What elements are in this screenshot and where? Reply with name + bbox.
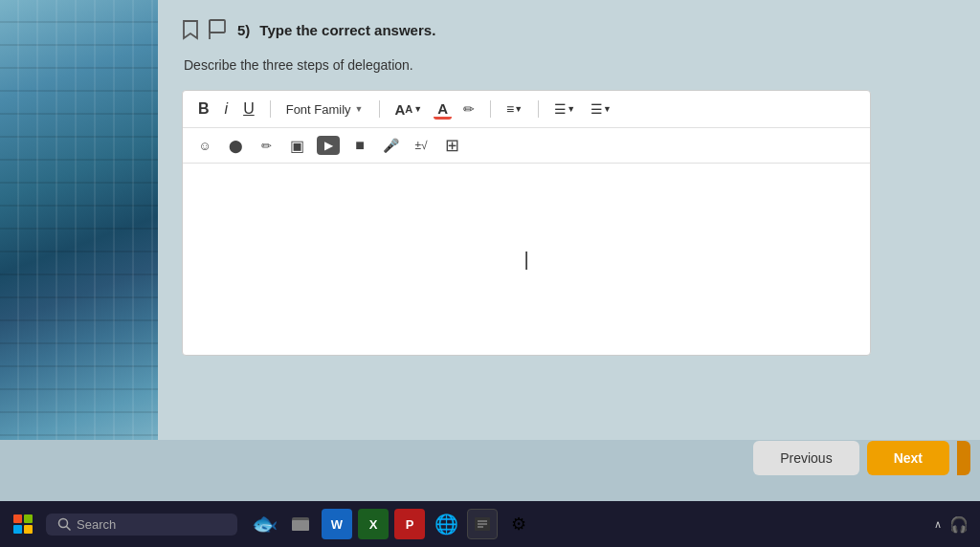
align-arrow: ▼ (514, 104, 523, 114)
font-size-button[interactable]: AA ▼ (391, 99, 427, 120)
pencil-button[interactable]: ✏ (256, 135, 277, 156)
divider-4 (538, 100, 539, 118)
rich-text-editor[interactable]: B i U Font Family ▼ AA ▼ A ✏ (182, 90, 871, 356)
align-button[interactable]: ≡ ▼ (502, 99, 526, 119)
list-button[interactable]: ☰ ▼ (550, 99, 579, 119)
svg-rect-5 (292, 520, 309, 531)
word-icon[interactable]: W (322, 509, 352, 539)
taskbar: Search 🐟 W X P 🌐 (0, 501, 980, 547)
taskbar-caret-up[interactable]: ∧ (934, 518, 942, 531)
search-icon (57, 517, 71, 531)
taskbar-apps: 🐟 W X P 🌐 ⚙ (249, 509, 534, 539)
mic-button[interactable]: 🎤 (380, 135, 401, 156)
eraser-button[interactable]: ✏ (459, 99, 479, 119)
settings-icon[interactable]: ⚙ (503, 509, 534, 539)
link-button[interactable]: ⬤ (225, 135, 246, 156)
taskbar-right: ∧ 🎧 (934, 515, 972, 534)
question-description: Describe the three steps of delegation. (184, 57, 951, 73)
text-cursor: | (523, 249, 528, 271)
files-icon[interactable] (285, 509, 316, 539)
question-title: 5) (237, 22, 250, 38)
taskbar-headphone[interactable]: 🎧 (949, 515, 969, 534)
notes-icon[interactable] (467, 509, 498, 539)
previous-button[interactable]: Previous (753, 441, 858, 475)
flag-icon[interactable] (209, 19, 228, 40)
editor-body[interactable]: | (183, 164, 870, 355)
background-photo (0, 0, 158, 440)
question-header: 5) Type the correct answers. (182, 19, 951, 40)
font-family-label: Font Family (286, 102, 351, 117)
highlight-button[interactable]: A (434, 98, 452, 120)
italic-button[interactable]: i (221, 98, 233, 120)
bookmark-icon[interactable] (182, 19, 199, 40)
toolbar-row1: B i U Font Family ▼ AA ▼ A ✏ (183, 91, 870, 128)
font-family-arrow: ▼ (355, 104, 364, 114)
list-arrow: ▼ (567, 104, 575, 114)
emoji-button[interactable]: ☺ (194, 135, 215, 156)
eraser-icon: ✏ (463, 101, 475, 117)
record-button[interactable]: ■ (349, 135, 370, 156)
content-area: 5) Type the correct answers. Describe th… (153, 0, 980, 440)
font-size-large: A (395, 101, 406, 118)
font-size-arrow: ▼ (413, 104, 422, 114)
video-button[interactable]: ▶ (317, 136, 340, 155)
svg-rect-0 (210, 20, 225, 33)
font-size-small: A (405, 103, 412, 115)
divider-2 (379, 100, 380, 118)
bullet-icon: ☰ (590, 101, 603, 117)
excel-icon[interactable]: X (358, 509, 389, 539)
next-button[interactable]: Next (867, 441, 949, 475)
table-button[interactable]: ⊞ (441, 135, 462, 156)
align-icon: ≡ (506, 101, 514, 117)
formula-button[interactable]: ±√ (411, 135, 432, 156)
taskbar-search-text: Search (77, 517, 116, 532)
powerpoint-icon[interactable]: P (394, 509, 425, 539)
bullet-arrow: ▼ (603, 104, 612, 114)
bold-button[interactable]: B (194, 98, 213, 120)
chrome-icon[interactable]: 🌐 (431, 509, 461, 539)
font-family-dropdown[interactable]: Font Family ▼ (282, 100, 368, 119)
next-button-extra[interactable] (957, 441, 970, 475)
highlight-label: A (437, 100, 448, 117)
list-icon: ☰ (554, 101, 567, 117)
finder-icon[interactable]: 🐟 (249, 509, 279, 539)
navigation-buttons: Previous Next (753, 441, 970, 475)
underline-button[interactable]: U (239, 98, 258, 120)
question-type: Type the correct answers. (259, 22, 435, 38)
taskbar-search[interactable]: Search (46, 514, 237, 536)
start-button[interactable] (8, 509, 38, 539)
svg-line-3 (67, 527, 71, 531)
divider-1 (270, 100, 271, 118)
bullet-button[interactable]: ☰ ▼ (587, 99, 615, 119)
toolbar-row2: ☺ ⬤ ✏ ▣ ▶ ■ 🎤 ±√ ⊞ (183, 128, 870, 164)
divider-3 (490, 100, 491, 118)
image-button[interactable]: ▣ (286, 135, 307, 156)
